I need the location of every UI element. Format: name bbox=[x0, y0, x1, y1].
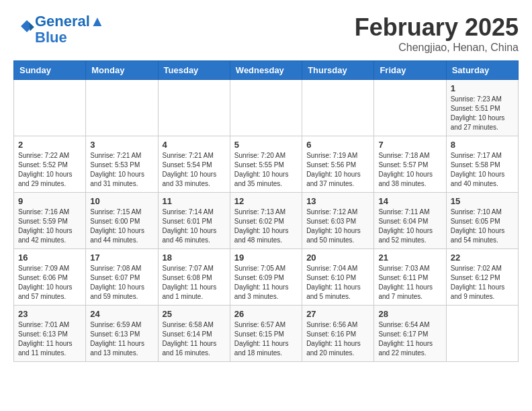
day-number: 20 bbox=[306, 253, 369, 263]
weekday-header-wednesday: Wednesday bbox=[230, 61, 302, 80]
logo-text: General▲ Blue bbox=[35, 13, 105, 46]
day-cell: 9Sunrise: 7:16 AM Sunset: 5:59 PM Daylig… bbox=[14, 193, 86, 249]
weekday-header-tuesday: Tuesday bbox=[158, 61, 230, 80]
day-info: Sunrise: 7:16 AM Sunset: 5:59 PM Dayligh… bbox=[18, 208, 81, 245]
day-info: Sunrise: 7:07 AM Sunset: 6:08 PM Dayligh… bbox=[163, 264, 226, 302]
day-number: 3 bbox=[90, 140, 153, 150]
page-header: General▲ Blue February 2025 Chengjiao, H… bbox=[13, 13, 519, 54]
day-cell: 6Sunrise: 7:19 AM Sunset: 5:56 PM Daylig… bbox=[302, 136, 374, 193]
day-cell: 27Sunrise: 6:56 AM Sunset: 6:16 PM Dayli… bbox=[302, 306, 374, 362]
day-cell: 26Sunrise: 6:57 AM Sunset: 6:15 PM Dayli… bbox=[230, 306, 302, 362]
title-block: February 2025 Chengjiao, Henan, China bbox=[355, 13, 519, 54]
day-number: 28 bbox=[378, 309, 441, 319]
day-cell: 22Sunrise: 7:02 AM Sunset: 6:12 PM Dayli… bbox=[446, 249, 518, 306]
day-info: Sunrise: 7:14 AM Sunset: 6:01 PM Dayligh… bbox=[163, 208, 226, 245]
day-info: Sunrise: 7:04 AM Sunset: 6:10 PM Dayligh… bbox=[306, 264, 369, 302]
day-info: Sunrise: 7:01 AM Sunset: 6:13 PM Dayligh… bbox=[18, 320, 81, 358]
day-cell: 1Sunrise: 7:23 AM Sunset: 5:51 PM Daylig… bbox=[446, 80, 518, 136]
day-cell: 14Sunrise: 7:11 AM Sunset: 6:04 PM Dayli… bbox=[374, 193, 446, 249]
day-info: Sunrise: 7:03 AM Sunset: 6:11 PM Dayligh… bbox=[378, 264, 441, 302]
day-number: 9 bbox=[18, 196, 81, 206]
day-cell: 2Sunrise: 7:22 AM Sunset: 5:52 PM Daylig… bbox=[14, 136, 86, 193]
day-cell bbox=[374, 80, 446, 136]
week-row-4: 16Sunrise: 7:09 AM Sunset: 6:06 PM Dayli… bbox=[14, 249, 519, 306]
day-number: 22 bbox=[451, 253, 514, 263]
day-info: Sunrise: 7:21 AM Sunset: 5:54 PM Dayligh… bbox=[163, 151, 226, 189]
day-cell bbox=[14, 80, 86, 136]
svg-marker-1 bbox=[29, 22, 34, 31]
day-number: 5 bbox=[234, 140, 298, 150]
day-info: Sunrise: 7:18 AM Sunset: 5:57 PM Dayligh… bbox=[378, 151, 441, 189]
week-row-1: 1Sunrise: 7:23 AM Sunset: 5:51 PM Daylig… bbox=[14, 80, 519, 136]
day-number: 26 bbox=[234, 309, 298, 319]
day-cell: 21Sunrise: 7:03 AM Sunset: 6:11 PM Dayli… bbox=[374, 249, 446, 306]
day-cell: 5Sunrise: 7:20 AM Sunset: 5:55 PM Daylig… bbox=[230, 136, 302, 193]
day-number: 10 bbox=[90, 196, 153, 206]
week-row-5: 23Sunrise: 7:01 AM Sunset: 6:13 PM Dayli… bbox=[14, 306, 519, 362]
day-number: 11 bbox=[163, 196, 226, 206]
day-cell: 28Sunrise: 6:54 AM Sunset: 6:17 PM Dayli… bbox=[374, 306, 446, 362]
day-info: Sunrise: 7:10 AM Sunset: 6:05 PM Dayligh… bbox=[451, 208, 514, 245]
day-info: Sunrise: 7:05 AM Sunset: 6:09 PM Dayligh… bbox=[234, 264, 298, 302]
day-info: Sunrise: 7:02 AM Sunset: 6:12 PM Dayligh… bbox=[451, 264, 514, 302]
day-info: Sunrise: 7:19 AM Sunset: 5:56 PM Dayligh… bbox=[306, 151, 369, 189]
day-cell: 17Sunrise: 7:08 AM Sunset: 6:07 PM Dayli… bbox=[86, 249, 158, 306]
day-cell bbox=[230, 80, 302, 136]
day-info: Sunrise: 7:08 AM Sunset: 6:07 PM Dayligh… bbox=[90, 264, 153, 302]
day-cell: 24Sunrise: 6:59 AM Sunset: 6:13 PM Dayli… bbox=[86, 306, 158, 362]
day-number: 8 bbox=[451, 140, 514, 150]
weekday-header-row: SundayMondayTuesdayWednesdayThursdayFrid… bbox=[14, 61, 519, 80]
day-number: 21 bbox=[378, 253, 441, 263]
logo-line2: Blue bbox=[35, 30, 105, 46]
weekday-header-sunday: Sunday bbox=[14, 61, 86, 80]
day-info: Sunrise: 6:58 AM Sunset: 6:14 PM Dayligh… bbox=[163, 320, 226, 358]
day-info: Sunrise: 7:20 AM Sunset: 5:55 PM Dayligh… bbox=[234, 151, 298, 189]
logo-line1: General bbox=[35, 13, 90, 30]
day-number: 4 bbox=[163, 140, 226, 150]
day-cell: 25Sunrise: 6:58 AM Sunset: 6:14 PM Dayli… bbox=[158, 306, 230, 362]
day-cell: 10Sunrise: 7:15 AM Sunset: 6:00 PM Dayli… bbox=[86, 193, 158, 249]
weekday-header-thursday: Thursday bbox=[302, 61, 374, 80]
day-number: 7 bbox=[378, 140, 441, 150]
day-info: Sunrise: 6:59 AM Sunset: 6:13 PM Dayligh… bbox=[90, 320, 153, 358]
weekday-header-friday: Friday bbox=[374, 61, 446, 80]
calendar-table: SundayMondayTuesdayWednesdayThursdayFrid… bbox=[13, 60, 519, 362]
day-cell: 8Sunrise: 7:17 AM Sunset: 5:58 PM Daylig… bbox=[446, 136, 518, 193]
day-info: Sunrise: 6:57 AM Sunset: 6:15 PM Dayligh… bbox=[234, 320, 298, 358]
day-info: Sunrise: 6:56 AM Sunset: 6:16 PM Dayligh… bbox=[306, 320, 369, 358]
day-cell bbox=[446, 306, 518, 362]
day-info: Sunrise: 7:13 AM Sunset: 6:02 PM Dayligh… bbox=[234, 208, 298, 245]
day-cell: 7Sunrise: 7:18 AM Sunset: 5:57 PM Daylig… bbox=[374, 136, 446, 193]
day-number: 14 bbox=[378, 196, 441, 206]
weekday-header-saturday: Saturday bbox=[446, 61, 518, 80]
day-number: 1 bbox=[451, 83, 514, 93]
location: Chengjiao, Henan, China bbox=[355, 42, 519, 54]
day-cell: 15Sunrise: 7:10 AM Sunset: 6:05 PM Dayli… bbox=[446, 193, 518, 249]
day-number: 19 bbox=[234, 253, 298, 263]
day-cell bbox=[86, 80, 158, 136]
day-number: 2 bbox=[18, 140, 81, 150]
day-info: Sunrise: 7:21 AM Sunset: 5:53 PM Dayligh… bbox=[90, 151, 153, 189]
day-cell: 20Sunrise: 7:04 AM Sunset: 6:10 PM Dayli… bbox=[302, 249, 374, 306]
day-number: 25 bbox=[163, 309, 226, 319]
day-number: 12 bbox=[234, 196, 298, 206]
day-info: Sunrise: 7:15 AM Sunset: 6:00 PM Dayligh… bbox=[90, 208, 153, 245]
day-cell bbox=[302, 80, 374, 136]
day-cell: 18Sunrise: 7:07 AM Sunset: 6:08 PM Dayli… bbox=[158, 249, 230, 306]
day-info: Sunrise: 7:23 AM Sunset: 5:51 PM Dayligh… bbox=[451, 95, 514, 132]
day-cell: 23Sunrise: 7:01 AM Sunset: 6:13 PM Dayli… bbox=[14, 306, 86, 362]
day-number: 17 bbox=[90, 253, 153, 263]
day-cell: 19Sunrise: 7:05 AM Sunset: 6:09 PM Dayli… bbox=[230, 249, 302, 306]
day-cell: 12Sunrise: 7:13 AM Sunset: 6:02 PM Dayli… bbox=[230, 193, 302, 249]
month-title: February 2025 bbox=[355, 13, 519, 42]
day-cell: 4Sunrise: 7:21 AM Sunset: 5:54 PM Daylig… bbox=[158, 136, 230, 193]
day-cell: 13Sunrise: 7:12 AM Sunset: 6:03 PM Dayli… bbox=[302, 193, 374, 249]
day-number: 15 bbox=[451, 196, 514, 206]
day-info: Sunrise: 7:12 AM Sunset: 6:03 PM Dayligh… bbox=[306, 208, 369, 245]
day-number: 24 bbox=[90, 309, 153, 319]
day-info: Sunrise: 7:17 AM Sunset: 5:58 PM Dayligh… bbox=[451, 151, 514, 189]
day-info: Sunrise: 6:54 AM Sunset: 6:17 PM Dayligh… bbox=[378, 320, 441, 358]
day-number: 27 bbox=[306, 309, 369, 319]
day-info: Sunrise: 7:09 AM Sunset: 6:06 PM Dayligh… bbox=[18, 264, 81, 302]
weekday-header-monday: Monday bbox=[86, 61, 158, 80]
